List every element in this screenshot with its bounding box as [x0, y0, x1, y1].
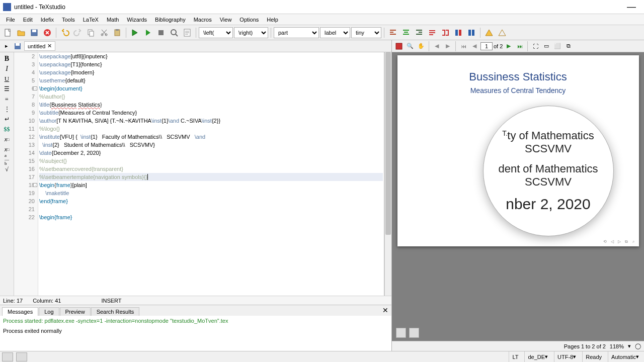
bold-button[interactable]: B: [2, 54, 13, 63]
view-pdf-button[interactable]: [168, 27, 180, 39]
menu-latex[interactable]: LaTeX: [79, 16, 103, 24]
titlebar: untitled - TeXstudio —: [0, 0, 644, 14]
inline-math-icon[interactable]: [465, 27, 477, 39]
build-view-button[interactable]: [129, 27, 141, 39]
view-log-button[interactable]: [181, 27, 193, 39]
copy-button[interactable]: [85, 27, 97, 39]
redo-button[interactable]: [72, 27, 84, 39]
underline-button[interactable]: U: [2, 74, 13, 83]
warning-prev-icon[interactable]: [483, 27, 495, 39]
pdf-fit-page-icon[interactable]: ▭: [541, 41, 551, 51]
fontsize-select[interactable]: tiny: [351, 27, 381, 38]
pdf-last-page-icon[interactable]: ⏭: [515, 41, 525, 51]
new-line-icon[interactable]: [426, 27, 438, 39]
left-delim-select[interactable]: \left(: [199, 27, 233, 38]
paste-button[interactable]: [111, 27, 123, 39]
menu-view[interactable]: View: [216, 16, 236, 24]
subscript-icon[interactable]: x□: [2, 135, 13, 144]
pdf-page-input[interactable]: [480, 42, 493, 50]
warning-next-icon[interactable]: [496, 27, 508, 39]
align-center-icon[interactable]: [400, 27, 412, 39]
save-tab-icon[interactable]: [13, 42, 22, 51]
language-cell[interactable]: de_DE ▾: [524, 351, 551, 362]
pdf-first-page-icon[interactable]: ⏮: [458, 41, 468, 51]
menu-file[interactable]: File: [2, 16, 19, 24]
menu-math[interactable]: Math: [103, 16, 123, 24]
begin-env-icon[interactable]: [439, 27, 451, 39]
frac-icon[interactable]: a—b: [2, 155, 13, 164]
pdf-next-highlight-icon[interactable]: ▶: [443, 41, 453, 51]
pdf-toc-icon[interactable]: [394, 41, 404, 51]
menu-tools[interactable]: Tools: [58, 16, 79, 24]
superscript-icon[interactable]: x□: [2, 145, 13, 154]
close-file-button[interactable]: [41, 27, 53, 39]
italic-button[interactable]: I: [2, 64, 13, 73]
pdf-find-icon[interactable]: 🔍: [405, 41, 415, 51]
mag-line-1: ty of Mathematics: [507, 129, 594, 142]
tab-messages[interactable]: Messages: [2, 307, 38, 316]
menu-bibliography[interactable]: Bibliography: [151, 16, 190, 24]
tab-untitled[interactable]: untitled ✕: [24, 41, 55, 51]
section-select[interactable]: part: [274, 27, 319, 38]
pdf-thumb-1[interactable]: [396, 328, 406, 338]
sqrt-icon[interactable]: √: [2, 165, 13, 174]
ref-select[interactable]: label: [320, 27, 350, 38]
svg-rect-10: [158, 30, 164, 35]
tab-close-icon[interactable]: ✕: [47, 43, 52, 49]
pdf-actual-icon[interactable]: ⬜: [552, 41, 562, 51]
output-tabs: Messages Log Preview Search Results ✕: [0, 305, 391, 316]
enum-button[interactable]: ≡: [2, 95, 13, 104]
pdf-zoom-dropdown-icon[interactable]: ▾: [628, 343, 631, 349]
status-column: Column: 41: [33, 298, 61, 304]
pdf-prev-page-icon[interactable]: ◀: [469, 41, 479, 51]
align-right-icon[interactable]: [413, 27, 425, 39]
newline-icon[interactable]: ↵: [2, 115, 13, 124]
pdf-external-icon[interactable]: ⧉: [564, 41, 574, 51]
align-left-icon[interactable]: [387, 27, 399, 39]
mag-line-3: dent of Mathematics: [498, 162, 598, 175]
open-file-button[interactable]: [15, 27, 27, 39]
list-button[interactable]: ☰: [2, 84, 13, 94]
menu-help[interactable]: Help: [263, 16, 282, 24]
root-doc-cell[interactable]: Automatic ▾: [608, 351, 642, 362]
editor-scrollbar[interactable]: [384, 52, 391, 296]
tab-log[interactable]: Log: [39, 307, 59, 316]
stop-compile-button[interactable]: [155, 27, 167, 39]
menu-options[interactable]: Options: [235, 16, 263, 24]
pdf-statusline: Pages 1 to 2 of 2 118% ▾ ◯: [392, 341, 644, 351]
right-delim-select[interactable]: \right): [234, 27, 268, 38]
item-button[interactable]: ⋮: [2, 105, 13, 114]
tab-search-results[interactable]: Search Results: [91, 307, 140, 316]
encoding-cell[interactable]: UTF-8 ▾: [554, 351, 579, 362]
math-dollar-icon[interactable]: $$: [2, 125, 13, 134]
pdf-zoom-label[interactable]: 118%: [610, 343, 624, 349]
new-file-button[interactable]: [2, 27, 14, 39]
pdf-info-icon[interactable]: ◯: [635, 343, 641, 349]
tab-preview[interactable]: Preview: [60, 307, 91, 316]
menu-idefix[interactable]: Idefix: [37, 16, 58, 24]
pdf-hand-icon[interactable]: ✋: [416, 41, 426, 51]
pdf-fit-width-icon[interactable]: ⛶: [530, 41, 540, 51]
pdf-next-page-icon[interactable]: ▶: [504, 41, 514, 51]
task-switch-2[interactable]: [16, 352, 27, 361]
pdf-toolbar: 🔍 ✋ ◀ ▶ ⏮ ◀ of 2 ▶ ⏭ ⛶ ▭ ⬜ ⧉: [392, 40, 644, 52]
menu-macros[interactable]: Macros: [190, 16, 216, 24]
minimize-button[interactable]: —: [622, 2, 641, 12]
pdf-thumb-2[interactable]: [409, 328, 419, 338]
save-button[interactable]: [28, 27, 40, 39]
svg-rect-0: [5, 29, 10, 36]
undo-button[interactable]: [59, 27, 71, 39]
code-editor[interactable]: \usepackage[utf8]{inputenc}\usepackage[T…: [38, 52, 384, 296]
mag-line-4: SCSVMV: [525, 175, 572, 188]
menu-edit[interactable]: Edit: [19, 16, 37, 24]
close-messages-icon[interactable]: ✕: [382, 306, 388, 314]
pdf-viewport[interactable]: Bussiness Statistics Measures of Central…: [392, 52, 644, 341]
dollar-icon[interactable]: [452, 27, 464, 39]
pdf-prev-highlight-icon[interactable]: ◀: [432, 41, 442, 51]
task-switch-1[interactable]: [2, 352, 13, 361]
compile-button[interactable]: [142, 27, 154, 39]
languagetool-cell[interactable]: LT: [509, 351, 521, 362]
structure-toggle-icon[interactable]: ▸: [2, 42, 11, 51]
cut-button[interactable]: [98, 27, 110, 39]
menu-wizards[interactable]: Wizards: [123, 16, 151, 24]
